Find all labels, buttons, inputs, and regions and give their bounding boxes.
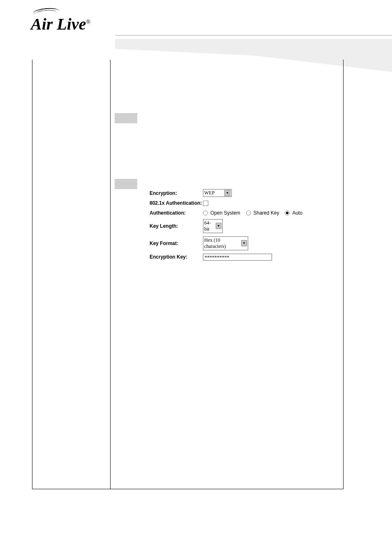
chevron-down-icon[interactable]: ▼ <box>216 223 221 229</box>
encryption-value: WEP <box>204 190 214 196</box>
key-length-value: 64-bit <box>204 220 216 232</box>
gray-marker-1 <box>115 113 137 123</box>
chevron-down-icon[interactable]: ▼ <box>241 240 247 246</box>
key-format-row: Key Format: Hex (10 characters) ▼ <box>150 236 307 250</box>
encryption-select[interactable]: WEP ▼ <box>203 189 232 197</box>
shared-key-label: Shared Key <box>254 210 279 216</box>
registered-mark: ® <box>86 19 90 25</box>
content-table: Encryption: WEP ▼ 802.1x Authentication:… <box>32 60 344 489</box>
encryption-key-value: ********** <box>205 254 229 260</box>
key-format-select[interactable]: Hex (10 characters) ▼ <box>203 236 248 250</box>
gray-marker-2 <box>115 179 137 189</box>
brand-logo: Air Live® <box>31 14 113 34</box>
8021x-auth-row: 802.1x Authentication: <box>150 200 307 207</box>
key-format-label: Key Format: <box>150 240 203 246</box>
key-length-select[interactable]: 64-bit ▼ <box>203 219 223 233</box>
encryption-row: Encryption: WEP ▼ <box>150 189 307 197</box>
auto-radio[interactable] <box>285 210 290 215</box>
encryption-key-label: Encryption Key: <box>150 254 203 260</box>
open-system-label: Open System <box>210 210 240 216</box>
shared-key-radio[interactable] <box>246 210 251 215</box>
key-format-value: Hex (10 characters) <box>204 237 241 250</box>
key-length-label: Key Length: <box>150 223 203 229</box>
encryption-label: Encryption: <box>150 190 203 196</box>
authentication-row: Authentication: Open System Shared Key A… <box>150 210 307 216</box>
8021x-auth-label: 802.1x Authentication: <box>150 200 203 207</box>
logo-text: Air Live® <box>31 15 90 33</box>
key-length-row: Key Length: 64-bit ▼ <box>150 219 307 233</box>
chevron-down-icon[interactable]: ▼ <box>224 190 231 196</box>
table-column-divider <box>110 60 111 489</box>
authentication-label: Authentication: <box>150 210 203 216</box>
encryption-key-input[interactable]: ********** <box>203 254 272 261</box>
wep-settings-form: Encryption: WEP ▼ 802.1x Authentication:… <box>150 189 307 264</box>
encryption-key-row: Encryption Key: ********** <box>150 254 307 261</box>
auto-label: Auto <box>292 210 302 216</box>
8021x-auth-checkbox[interactable] <box>203 201 208 206</box>
header-divider-line <box>115 35 392 36</box>
page-header: Air Live® <box>0 0 392 66</box>
open-system-radio[interactable] <box>203 210 208 215</box>
